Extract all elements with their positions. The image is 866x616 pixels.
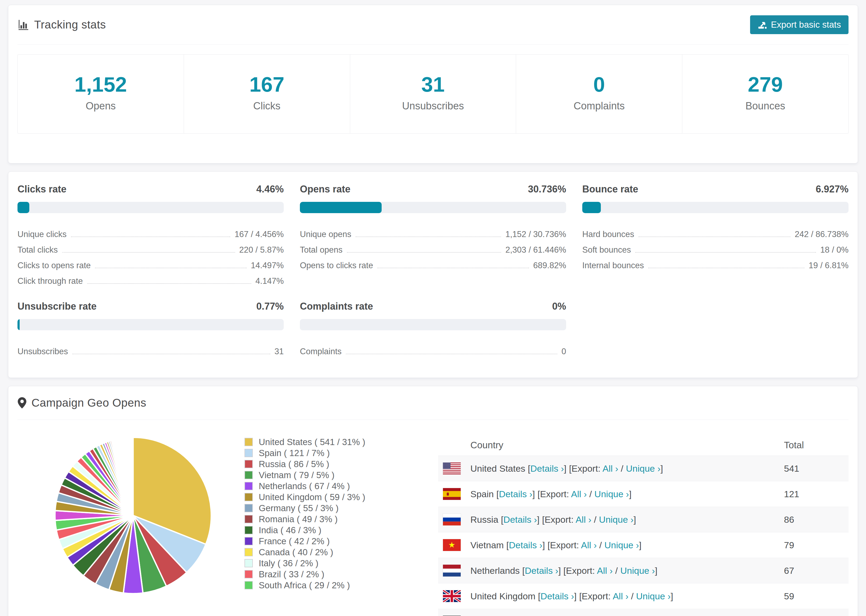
country-name: United States	[471, 464, 525, 473]
export-unique-link[interactable]: Unique ›	[604, 540, 639, 550]
geo-pie-chart[interactable]: United StatesSpainRussiaVietnamNetherlan…	[50, 432, 216, 599]
rate-row-label: Click through rate	[17, 277, 83, 286]
unsubscribe-rate-value: 0.77%	[256, 301, 284, 312]
legend-label: Spain ( 121 / 7% )	[259, 448, 330, 458]
rate-row-label: Complaints	[300, 347, 342, 356]
export-unique-link[interactable]: Unique ›	[594, 489, 629, 499]
rate-row: Unique clicks 167 / 4.456%	[17, 223, 284, 239]
legend-item: South Africa ( 29 / 2% )	[244, 580, 384, 591]
export-basic-stats-button[interactable]: Export basic stats	[750, 15, 849, 34]
export-unique-link[interactable]: Unique ›	[636, 591, 671, 601]
rate-row-label: Hard bounces	[582, 230, 634, 239]
country-name: Vietnam	[471, 540, 504, 550]
total-cell: 59	[784, 591, 849, 602]
legend-swatch	[244, 449, 253, 457]
geo-table: Country Total United States [Details ›] …	[438, 434, 849, 616]
stat-cell: 1,152 Opens	[18, 55, 184, 133]
rate-row-value: 31	[275, 347, 284, 356]
legend-item: United States ( 541 / 31% )	[244, 437, 384, 448]
country-name: Spain	[471, 489, 494, 499]
country-cell: United States [Details ›] [Export: All ›…	[471, 464, 784, 474]
geo-content: United StatesSpainRussiaVietnamNetherlan…	[8, 420, 858, 616]
tracking-stats-header: Tracking stats Export basic stats	[17, 5, 849, 45]
geo-opens-title: Campaign Geo Opens	[17, 396, 146, 409]
legend-label: Canada ( 40 / 2% )	[259, 547, 333, 558]
table-row: Russia [Details ›] [Export: All › / Uniq…	[438, 507, 849, 533]
export-unique-link[interactable]: Unique ›	[599, 514, 634, 525]
legend-swatch	[244, 570, 253, 578]
legend-label: Brazil ( 33 / 2% )	[259, 569, 324, 580]
unsubscribe-rate-bar	[17, 319, 284, 330]
legend-label: Germany ( 55 / 3% )	[259, 503, 339, 513]
details-link[interactable]: Details ›	[531, 464, 564, 473]
clicks-rate-section: Clicks rate 4.46% Unique clicks 167 / 4.…	[17, 184, 284, 286]
bounce-rate-title: Bounce rate	[582, 184, 638, 195]
table-row: Netherlands [Details ›] [Export: All › /…	[438, 558, 849, 583]
opens-rate-section: Opens rate 30.736% Unique opens 1,152 / …	[300, 184, 566, 286]
legend-swatch	[244, 438, 253, 446]
export-unique-link[interactable]: Unique ›	[620, 566, 655, 576]
rate-row-value: 18 / 0%	[820, 245, 849, 255]
clicks-rate-value: 4.46%	[256, 184, 284, 195]
rate-row-value: 4.147%	[255, 277, 284, 286]
country-cell: Russia [Details ›] [Export: All › / Uniq…	[471, 514, 784, 525]
legend-label: United States ( 541 / 31% )	[259, 437, 365, 447]
rates-grid: Clicks rate 4.46% Unique clicks 167 / 4.…	[17, 184, 849, 356]
export-all-link[interactable]: All ›	[602, 464, 618, 473]
details-link[interactable]: Details ›	[504, 514, 537, 525]
complaints-rate-value: 0%	[552, 301, 566, 312]
rate-row-label: Clicks to opens rate	[17, 261, 91, 270]
export-unique-link[interactable]: Unique ›	[626, 464, 661, 473]
dotted-leader	[87, 283, 251, 284]
country-cell: Spain [Details ›] [Export: All › / Uniqu…	[471, 489, 784, 499]
rate-row: Clicks to opens rate 14.497%	[17, 255, 284, 270]
table-row: United Kingdom [Details ›] [Export: All …	[438, 583, 849, 609]
details-link[interactable]: Details ›	[509, 540, 542, 550]
bar-chart-icon	[17, 19, 29, 31]
stat-value: 167	[184, 74, 350, 95]
legend-swatch	[244, 559, 253, 567]
legend-label: India ( 46 / 3% )	[259, 525, 321, 535]
rate-row: Click through rate 4.147%	[17, 270, 284, 286]
legend-swatch	[244, 515, 253, 523]
total-cell: 67	[784, 566, 849, 576]
export-all-link[interactable]: All ›	[571, 489, 587, 499]
legend-swatch	[244, 471, 253, 479]
export-all-link[interactable]: All ›	[576, 514, 591, 525]
legend-swatch	[244, 482, 253, 490]
rate-row-label: Internal bounces	[582, 261, 644, 270]
progress-fill	[17, 319, 20, 330]
details-link[interactable]: Details ›	[540, 591, 574, 601]
rate-row-value: 220 / 5.87%	[239, 245, 284, 255]
stat-label: Complaints	[516, 100, 682, 112]
details-link[interactable]: Details ›	[499, 489, 532, 499]
legend-label: South Africa ( 29 / 2% )	[259, 580, 350, 591]
bounce-rate-section: Bounce rate 6.927% Hard bounces 242 / 86…	[582, 184, 849, 286]
legend-item: United Kingdom ( 59 / 3% )	[244, 492, 384, 503]
country-cell: United Kingdom [Details ›] [Export: All …	[471, 591, 784, 602]
export-all-link[interactable]: All ›	[581, 540, 597, 550]
stat-label: Bounces	[682, 100, 848, 112]
legend-label: Vietnam ( 79 / 5% )	[259, 470, 335, 480]
card-title-text: Campaign Geo Opens	[31, 396, 146, 409]
country-flag	[443, 488, 461, 500]
legend-item: Netherlands ( 67 / 4% )	[244, 481, 384, 492]
dotted-leader	[648, 268, 805, 268]
country-flag	[443, 514, 461, 525]
legend-item: Russia ( 86 / 5% )	[244, 459, 384, 470]
legend-swatch	[244, 581, 253, 589]
export-all-link[interactable]: All ›	[597, 566, 613, 576]
legend-label: Italy ( 36 / 2% )	[259, 558, 318, 569]
dotted-leader	[347, 252, 501, 253]
table-row: Spain [Details ›] [Export: All › / Uniqu…	[438, 481, 849, 507]
export-all-link[interactable]: All ›	[612, 591, 628, 601]
legend-item: France ( 42 / 2% )	[244, 536, 384, 547]
progress-fill	[17, 202, 29, 213]
details-link[interactable]: Details ›	[525, 566, 558, 576]
legend-item: India ( 46 / 3% )	[244, 525, 384, 536]
rate-row-value: 0	[562, 347, 566, 356]
stat-value: 0	[516, 74, 682, 95]
rate-row-label: Total clicks	[17, 245, 58, 255]
rate-row: Hard bounces 242 / 86.738%	[582, 223, 849, 239]
legend-label: Netherlands ( 67 / 4% )	[259, 481, 350, 491]
